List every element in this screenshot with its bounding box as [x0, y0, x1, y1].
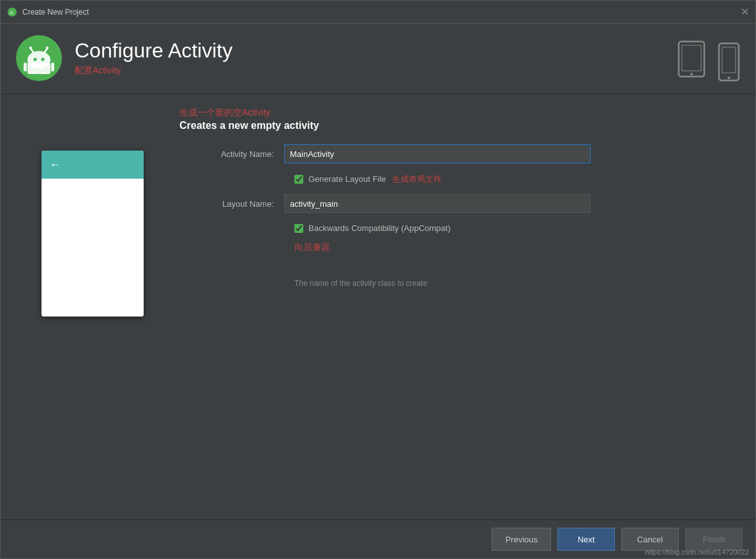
phone-content — [42, 179, 144, 317]
title-bar-left: A Create New Project — [7, 7, 89, 17]
svg-rect-11 — [51, 63, 54, 71]
activity-name-label: Activity Name: — [208, 149, 284, 159]
generate-layout-row: Generate Layout File 生成布局文件 — [208, 174, 727, 185]
svg-point-4 — [29, 47, 32, 49]
svg-text:A: A — [10, 10, 13, 16]
layout-name-row: Layout Name: — [208, 194, 727, 213]
header: Configure Activity 配置Activity — [1, 24, 755, 94]
watermark: https://blog.csdn.net/u014720022 — [645, 548, 749, 556]
window-title: Create New Project — [22, 8, 89, 17]
device-icons — [677, 40, 740, 85]
next-button[interactable]: Next — [557, 528, 615, 551]
back-arrow-icon: ← — [49, 158, 61, 172]
title-bar: A Create New Project ✕ — [1, 1, 755, 24]
svg-point-7 — [34, 58, 37, 61]
header-text: Configure Activity 配置Activity — [75, 40, 232, 76]
configure-activity-cn: 配置Activity — [75, 65, 232, 77]
description-cn: 生成一个新的空Activity — [179, 107, 740, 119]
footer: Previous Next Cancel Finish https://blog… — [1, 519, 755, 558]
svg-rect-14 — [679, 41, 704, 77]
backwards-compat-cn: 向后兼容 — [208, 242, 727, 253]
layout-name-input[interactable] — [284, 194, 591, 213]
backwards-compat-label: Backwards Compatibility (AppCompat) — [308, 223, 451, 233]
svg-line-3 — [31, 48, 34, 53]
svg-line-5 — [44, 48, 47, 53]
svg-point-19 — [728, 77, 730, 79]
svg-rect-9 — [27, 63, 50, 74]
content: 生成一个新的空Activity Creates a new empty acti… — [1, 94, 755, 519]
tablet-icon — [677, 40, 713, 85]
android-icon — [23, 42, 55, 74]
generate-layout-checkbox[interactable] — [294, 175, 303, 184]
svg-point-6 — [46, 47, 49, 49]
svg-rect-15 — [682, 45, 701, 71]
activity-name-input[interactable] — [284, 144, 591, 163]
backwards-compat-row: Backwards Compatibility (AppCompat) — [208, 223, 727, 233]
description-en: Creates a new empty activity — [179, 120, 740, 131]
activity-name-row: Activity Name: — [208, 144, 727, 163]
android-logo — [16, 35, 62, 81]
phone-toolbar: ← — [42, 151, 144, 179]
phone-preview: ← — [42, 151, 144, 317]
description-area: 生成一个新的空Activity Creates a new empty acti… — [1, 94, 755, 138]
finish-button[interactable]: Finish — [685, 528, 743, 551]
header-left: Configure Activity 配置Activity — [16, 35, 232, 81]
layout-name-label: Layout Name: — [208, 199, 284, 209]
main-window: A Create New Project ✕ — [0, 0, 756, 559]
main-area: ← Activity Name: Generate Layout File — [1, 138, 755, 519]
svg-rect-18 — [722, 47, 736, 73]
preview-section: ← — [16, 144, 169, 513]
help-text: The name of the activity class to create — [208, 279, 727, 288]
svg-point-16 — [690, 73, 693, 75]
generate-layout-label: Generate Layout File 生成布局文件 — [308, 174, 442, 185]
previous-button[interactable]: Previous — [492, 528, 551, 551]
app-icon: A — [7, 7, 17, 17]
backwards-compat-checkbox[interactable] — [294, 224, 303, 233]
cancel-button[interactable]: Cancel — [621, 528, 679, 551]
configure-activity-title: Configure Activity — [75, 40, 232, 62]
close-button[interactable]: ✕ — [740, 8, 749, 17]
svg-point-8 — [42, 58, 45, 61]
form-section: Activity Name: Generate Layout File 生成布局… — [169, 144, 740, 513]
svg-rect-10 — [24, 63, 27, 71]
phone-icon — [718, 42, 740, 84]
